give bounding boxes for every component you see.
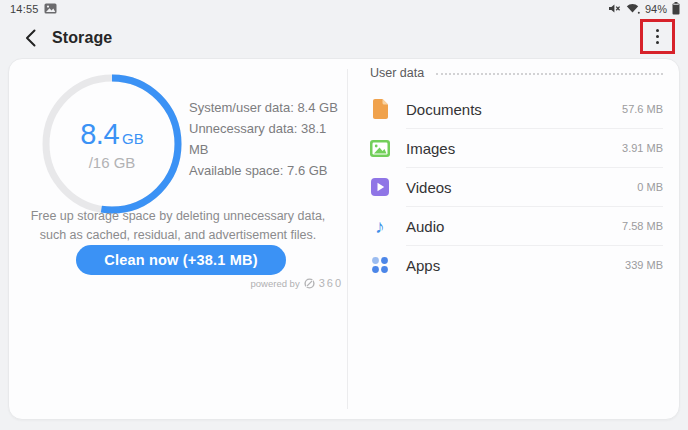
clean-now-button[interactable]: Clean now (+38.1 MB) (76, 245, 286, 275)
storage-usage-ring: 8.4 GB /16 GB (39, 71, 185, 217)
apps-grid-icon (370, 255, 390, 275)
item-size: 3.91 MB (622, 142, 663, 154)
list-item-audio[interactable]: ♪ Audio 7.58 MB (370, 207, 663, 245)
document-icon (370, 99, 390, 119)
powered-by-brand: 360 (319, 277, 343, 289)
list-item-images[interactable]: Images 3.91 MB (370, 129, 663, 167)
dotted-divider (436, 73, 663, 75)
item-size: 339 MB (625, 259, 663, 271)
page-title: Storage (52, 29, 112, 47)
user-data-panel: User data Documents 57.6 MB (348, 59, 679, 419)
more-options-icon (656, 29, 660, 33)
screenshot-icon (44, 3, 57, 14)
header: Storage (0, 17, 688, 58)
back-chevron-icon (25, 29, 36, 47)
status-bar: 14:55 94% (0, 0, 688, 17)
available-space-line: Available space: 7.6 GB (189, 160, 344, 181)
powered-by: powered by 360 (251, 277, 343, 289)
item-label: Images (406, 140, 622, 157)
item-size: 57.6 MB (622, 103, 663, 115)
more-options-button[interactable] (652, 25, 664, 49)
list-item-documents[interactable]: Documents 57.6 MB (370, 90, 663, 128)
mute-icon (608, 3, 621, 14)
system-user-data-line: System/user data: 8.4 GB (189, 97, 344, 118)
battery-icon (672, 2, 680, 15)
user-data-list: Documents 57.6 MB Images 3.91 MB (370, 90, 663, 284)
video-icon (370, 177, 390, 197)
storage-details: System/user data: 8.4 GB Unnecessary dat… (189, 97, 344, 181)
cleanup-description: Free up storage space by deleting unnece… (21, 207, 335, 245)
list-item-videos[interactable]: Videos 0 MB (370, 168, 663, 206)
item-label: Videos (406, 179, 637, 196)
360-logo-icon (304, 278, 315, 289)
powered-by-label: powered by (251, 278, 300, 289)
item-label: Audio (406, 218, 622, 235)
battery-percent: 94% (645, 3, 667, 15)
list-item-apps[interactable]: Apps 339 MB (370, 246, 663, 284)
music-note-icon: ♪ (370, 216, 390, 236)
storage-summary-panel: 8.4 GB /16 GB System/user data: 8.4 GB U… (9, 59, 347, 419)
item-label: Apps (406, 257, 625, 274)
annotation-highlight-box (640, 19, 675, 54)
storage-card: 8.4 GB /16 GB System/user data: 8.4 GB U… (8, 58, 680, 420)
total-storage-value: /16 GB (89, 154, 136, 171)
status-time: 14:55 (10, 3, 39, 15)
wifi-icon (626, 3, 640, 14)
image-icon (370, 138, 390, 158)
item-size: 7.58 MB (622, 220, 663, 232)
unnecessary-data-line: Unnecessary data: 38.1 MB (189, 118, 344, 160)
user-data-section-title: User data (370, 66, 424, 80)
item-label: Documents (406, 101, 622, 118)
used-storage-value: 8.4 GB (80, 118, 144, 151)
back-button[interactable] (18, 26, 42, 50)
item-size: 0 MB (637, 181, 663, 193)
